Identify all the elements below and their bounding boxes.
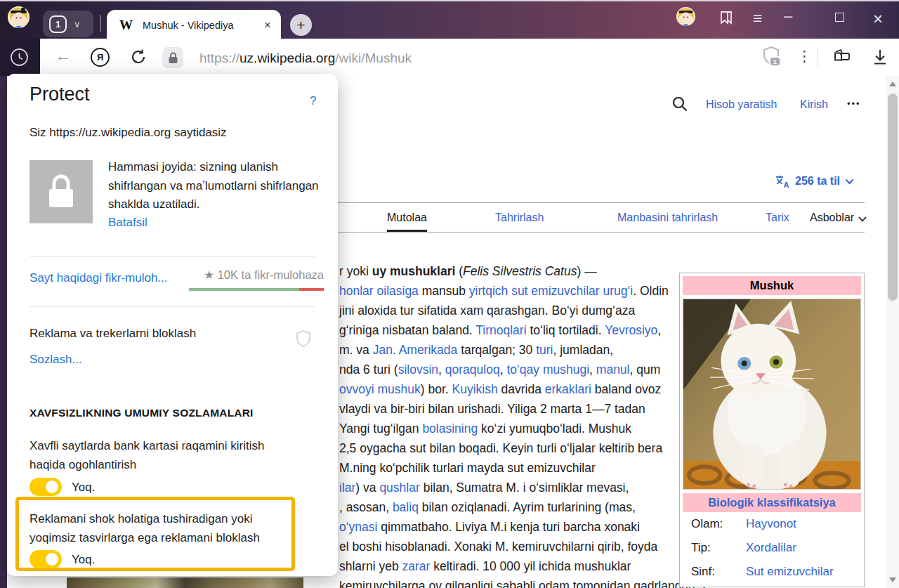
divider <box>29 256 315 257</box>
adblock-configure-link[interactable]: Sozlash... <box>29 353 82 367</box>
maximize-button[interactable] <box>835 13 844 22</box>
article-link[interactable]: silovsin <box>398 362 438 377</box>
tab-read[interactable]: Mutolaa <box>387 211 427 224</box>
collections-icon[interactable] <box>832 47 852 70</box>
article-link[interactable]: yirtqich sut emizuvchilar urugʻi <box>469 284 633 298</box>
article-link[interactable]: honlar oilasiga <box>339 284 419 298</box>
article-text: bilan oziqlanadi. Ayrim turlarining (mas… <box>419 500 636 514</box>
article-line: honlar oilasiga mansub yirtqich sut emiz… <box>339 281 709 301</box>
help-link[interactable]: ? <box>310 94 316 108</box>
details-link[interactable]: Batafsil <box>108 216 147 230</box>
article-text: bilan, Sumatra M. i oʻsimliklar mevasi, <box>420 481 629 495</box>
tab-edit[interactable]: Tahrirlash <box>495 211 544 224</box>
tab-counter[interactable]: 1 ∨ <box>43 11 93 37</box>
back-icon[interactable]: ← <box>55 46 71 65</box>
article-link[interactable]: Kuyikish <box>452 382 498 396</box>
shockads-label-line2: yoqimsiz tasvirlarga ega reklamani blokl… <box>29 528 260 547</box>
article-link[interactable]: erkaklari <box>545 382 591 396</box>
site-status-line: Siz https://uz.wikipedia.org saytidasiz <box>29 126 227 140</box>
article-link[interactable]: oʻynasi <box>339 520 377 534</box>
bankcard-toggle-state: Yoq. <box>72 481 95 495</box>
wikipedia-favicon: W <box>119 18 133 33</box>
article-link[interactable]: bolasining <box>422 422 478 436</box>
sync-avatar[interactable] <box>676 7 695 26</box>
article-link[interactable]: Yevrosiyo <box>605 323 657 337</box>
article-text: Felis Silvestris Catus <box>463 264 577 278</box>
article-text: , <box>589 362 596 377</box>
downloads-icon[interactable] <box>872 48 888 69</box>
article-link[interactable]: zarar <box>402 559 431 573</box>
svg-text:A: A <box>784 181 789 188</box>
scroll-up-arrow-icon[interactable] <box>889 81 896 86</box>
scrollbar-thumb[interactable] <box>888 93 898 301</box>
bankcard-toggle[interactable] <box>29 478 62 496</box>
avatar-girl-icon <box>676 7 695 26</box>
article-line: el boshi hisoblanadi. Xonaki M. kemiruvc… <box>339 537 709 556</box>
connection-lock-tile <box>29 160 93 223</box>
tax-label: Sinf: <box>691 565 746 579</box>
tab-close-icon[interactable]: × <box>264 18 271 32</box>
article-text: , asosan, <box>339 500 393 514</box>
active-tab[interactable]: W Mushuk - Vikipediya × <box>107 10 281 40</box>
create-account-link[interactable]: Hisob yaratish <box>706 98 777 111</box>
tab-edit-source[interactable]: Manbasini tahrirlash <box>617 211 718 224</box>
minimize-button[interactable]: – <box>784 7 792 25</box>
protect-badge: 1 <box>769 56 781 67</box>
history-clock-icon[interactable] <box>10 48 29 70</box>
chevron-down-icon[interactable] <box>858 216 867 222</box>
language-selector[interactable]: A 256 ta til <box>775 174 854 188</box>
article-line: jini aloxida tur sifatida xam qarashgan.… <box>339 301 709 320</box>
site-feedback-link[interactable]: Sayt haqidagi fikr-muloh... <box>29 271 168 285</box>
article-link[interactable]: ovvoyi mushuk <box>339 382 421 396</box>
article-text: tarqalgan; 30 <box>457 343 536 357</box>
toolbar-more-icon[interactable]: ⋮ <box>797 48 812 65</box>
article-text: davrida <box>498 382 545 396</box>
article-link[interactable]: qushlar <box>379 481 419 495</box>
address-url[interactable]: https://uz.wikipedia.org/wiki/Mushuk <box>199 51 412 66</box>
article-link[interactable]: Tirnoqlari <box>475 323 526 337</box>
close-window-button[interactable]: × <box>873 9 883 29</box>
shockads-toggle-state: Yoq. <box>72 553 95 567</box>
tax-value-link[interactable]: Sut emizuvchilar <box>746 565 834 579</box>
article-text: jini aloxida tur sifatida xam qarashgan.… <box>339 303 635 318</box>
chevron-down-icon[interactable]: ∨ <box>74 19 81 30</box>
feedback-rating-label: 10K ta fikr-mulohaza <box>218 268 324 281</box>
tab-history[interactable]: Tarix <box>766 211 789 224</box>
site-lock-icon[interactable] <box>162 47 183 68</box>
article-line: Yangi tugʻilgan bolasining koʻzi yumuqbo… <box>339 419 709 438</box>
search-icon[interactable] <box>671 96 688 115</box>
tax-value-link[interactable]: Hayvonot <box>746 517 796 531</box>
article-text: mansub <box>419 284 469 298</box>
protect-shield-icon[interactable]: 1 <box>762 46 780 68</box>
taxobox-row: Tip: Xordalilar <box>683 536 861 560</box>
article-link[interactable]: ilar <box>339 481 355 495</box>
taxobox-row: Olam: Hayvonot <box>683 512 861 536</box>
article-link[interactable]: manul <box>596 362 630 377</box>
article-line: nda 6 turi (silovsin, qoraquloq, toʻqay … <box>339 360 709 379</box>
bookmarks-icon[interactable] <box>718 9 735 29</box>
browser-menu-icon[interactable]: ≡ <box>753 9 762 28</box>
article-paragraph: r yoki uy mushuklari (Felis Silvestris C… <box>339 261 709 588</box>
article-link[interactable]: Jan. Amerikada <box>373 343 458 357</box>
article-line: , asosan, baliq bilan oziqlanadi. Ayrim … <box>339 497 709 517</box>
lock-icon <box>46 174 77 210</box>
scroll-down-arrow-icon[interactable] <box>889 577 896 582</box>
profile-avatar[interactable] <box>8 6 29 28</box>
article-link[interactable]: baliq <box>393 500 419 514</box>
personal-tools-menu-icon[interactable]: ••• <box>847 98 861 109</box>
tab-strip: 1 ∨ W Mushuk - Vikipediya × + <box>0 1 899 39</box>
login-link[interactable]: Kirish <box>800 98 828 111</box>
tab-tools[interactable]: Asboblar <box>810 211 854 224</box>
article-link[interactable]: toʻqay mushugi <box>506 362 589 377</box>
tax-value-link[interactable]: Xordalilar <box>746 541 796 555</box>
browser-window: 1 ∨ W Mushuk - Vikipediya × + <box>0 0 899 588</box>
article-link[interactable]: turi <box>536 343 553 357</box>
article-line: 2,5 oygacha sut bilan boqadi. Keyin turl… <box>339 438 709 458</box>
tabstrip-divider <box>100 15 101 32</box>
article-line: M.ning koʻpchilik turlari mayda sut emiz… <box>339 458 709 478</box>
new-tab-button[interactable]: + <box>290 14 312 36</box>
refresh-icon[interactable] <box>129 48 147 69</box>
article-link[interactable]: qoraquloq <box>445 362 500 377</box>
shockads-toggle[interactable] <box>29 550 62 568</box>
yandex-home-icon[interactable]: Я <box>91 48 110 67</box>
